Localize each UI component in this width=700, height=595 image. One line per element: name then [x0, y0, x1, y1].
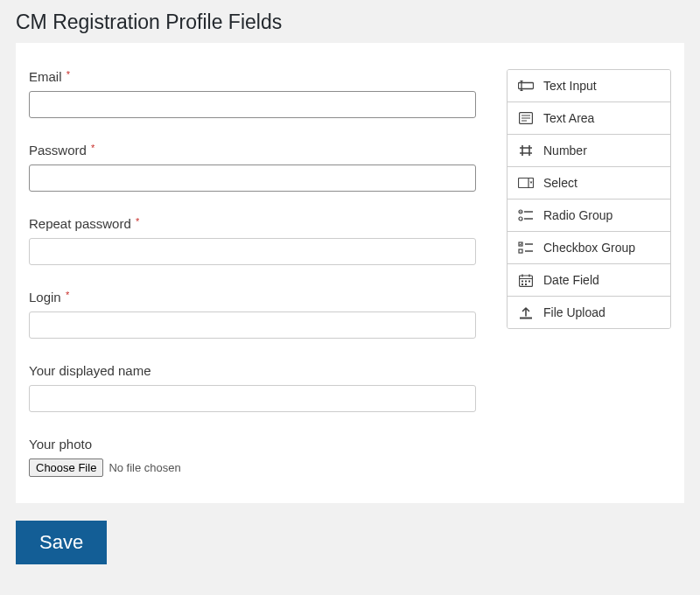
svg-rect-24 [525, 280, 527, 282]
field-repeat-password: Repeat password * [29, 216, 476, 265]
palette-item-label: Number [543, 144, 587, 158]
palette-item-label: Text Area [543, 111, 594, 125]
palette-item-label: Text Input [543, 79, 597, 93]
field-label: Repeat password * [29, 216, 476, 231]
save-button[interactable]: Save [16, 521, 107, 564]
display-name-input[interactable] [29, 385, 476, 412]
field-label: Your photo [29, 437, 476, 452]
field-password: Password * [29, 143, 476, 192]
svg-rect-27 [525, 284, 527, 285]
login-input[interactable] [29, 312, 476, 339]
label-text: Your photo [29, 437, 92, 452]
field-photo: Your photo Choose File No file chosen [29, 437, 476, 477]
text-area-icon [518, 111, 534, 125]
palette-item-file-upload[interactable]: File Upload [508, 297, 670, 328]
svg-point-13 [519, 217, 522, 220]
label-text: Password [29, 143, 87, 158]
page-title: CM Registration Profile Fields [0, 0, 700, 43]
select-icon [518, 176, 534, 190]
palette-item-label: File Upload [543, 305, 606, 319]
label-text: Email [29, 69, 62, 84]
field-login: Login * [29, 290, 476, 339]
checkbox-group-icon [518, 241, 534, 255]
svg-point-11 [520, 211, 522, 213]
field-display-name: Your displayed name [29, 363, 476, 412]
radio-group-icon [518, 208, 534, 222]
svg-rect-17 [519, 249, 522, 253]
palette-item-radio-group[interactable]: Radio Group [508, 200, 670, 232]
palette-item-checkbox-group[interactable]: Checkbox Group [508, 232, 670, 264]
text-input-icon [518, 79, 534, 93]
field-label: Email * [29, 69, 476, 84]
file-control: Choose File No file chosen [29, 458, 181, 477]
palette-item-label: Date Field [543, 273, 599, 287]
svg-rect-0 [519, 83, 534, 89]
form-area: Email * Password * Repeat password * Log… [29, 69, 476, 477]
palette-item-date-field[interactable]: Date Field [508, 264, 670, 297]
palette-item-number[interactable]: Number [508, 135, 670, 167]
profile-fields-panel: Email * Password * Repeat password * Log… [16, 43, 684, 503]
label-text: Your displayed name [29, 363, 151, 378]
palette-item-text-area[interactable]: Text Area [508, 102, 670, 135]
choose-file-button[interactable]: Choose File [29, 458, 103, 477]
required-marker: * [136, 216, 139, 227]
repeat-password-input[interactable] [29, 238, 476, 265]
label-text: Repeat password [29, 216, 131, 231]
palette-item-select[interactable]: Select [508, 167, 670, 200]
date-field-icon [518, 273, 534, 287]
svg-rect-26 [522, 284, 523, 285]
required-marker: * [66, 290, 69, 300]
field-label: Password * [29, 143, 476, 158]
palette-item-text-input[interactable]: Text Input [508, 70, 670, 102]
file-status: No file chosen [108, 461, 180, 474]
file-upload-icon [518, 305, 534, 319]
palette-item-label: Radio Group [543, 208, 612, 222]
field-label: Login * [29, 290, 476, 304]
field-email: Email * [29, 69, 476, 118]
field-label: Your displayed name [29, 363, 476, 378]
number-icon [518, 144, 534, 158]
palette-item-label: Checkbox Group [543, 241, 635, 255]
field-type-palette: Text Input Text Area Number Select Radio [507, 69, 671, 329]
label-text: Login [29, 290, 61, 304]
svg-rect-23 [522, 280, 523, 282]
svg-rect-25 [528, 280, 530, 282]
palette-item-label: Select [543, 176, 578, 190]
email-input[interactable] [29, 91, 476, 118]
required-marker: * [91, 143, 94, 153]
password-input[interactable] [29, 164, 476, 192]
required-marker: * [66, 69, 70, 80]
